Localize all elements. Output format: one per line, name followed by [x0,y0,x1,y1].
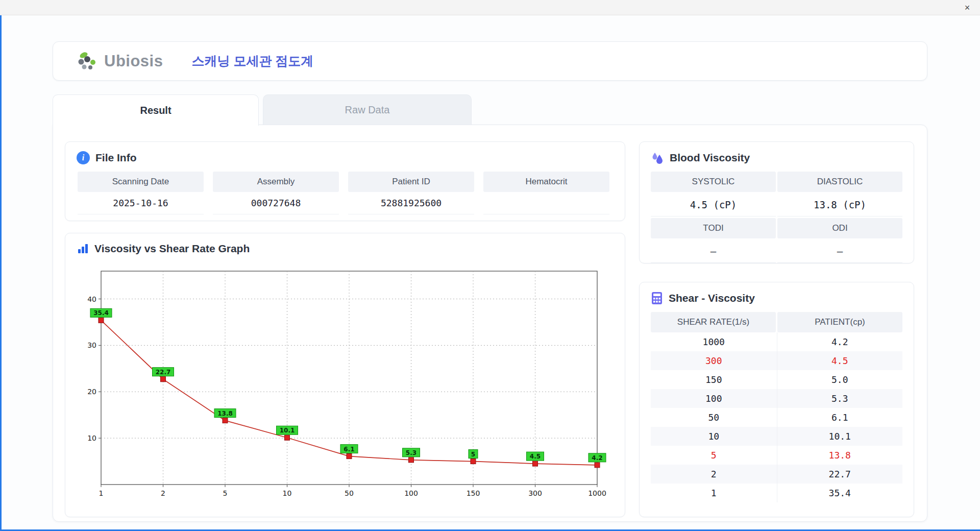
shear-rate-cell: 300 [651,351,777,370]
patient-cell: 13.8 [777,446,903,465]
shear-rate-cell: 1000 [651,332,777,351]
svg-text:300: 300 [528,489,542,497]
svg-text:10: 10 [283,489,292,497]
table-row: 2 22.7 [651,465,902,484]
file-info-fields: Scanning Date 2025-10-16 Assembly 000727… [65,170,625,214]
shear-table-body: 1000 4.2 300 4.5 150 5.0 100 5.3 50 6. [651,332,902,502]
viscosity-graph-title: Viscosity vs Shear Rate Graph [94,243,250,255]
main-content-card: i File Info Scanning Date 2025-10-16 Ass… [53,125,927,522]
table-row: 150 5.0 [651,370,902,389]
close-button[interactable]: × [961,1,974,14]
shear-rate-cell: 2 [651,465,777,484]
shear-rate-cell: 100 [651,389,777,408]
table-row: 300 4.5 [651,351,902,370]
field-value: 2025-10-16 [78,192,204,214]
patient-cell: 4.2 [777,332,903,351]
svg-text:4.5: 4.5 [530,453,541,460]
systolic-value: 4.5 (cP) [651,194,776,216]
svg-text:5: 5 [223,489,228,497]
odi-value: – [777,240,902,263]
patient-cell: 10.1 [777,427,903,446]
field-patient-id: Patient ID 52881925600 [348,172,474,214]
todi-header: TODI [651,218,776,238]
table-row: 1 35.4 [651,484,902,502]
patient-cell: 22.7 [777,465,903,484]
tab-result[interactable]: Result [53,94,259,126]
svg-text:2: 2 [161,489,165,497]
svg-text:40: 40 [87,295,96,303]
svg-text:5.3: 5.3 [406,449,416,456]
field-label: Patient ID [348,172,474,192]
window-titlebar: × [0,0,980,15]
bar-chart-icon [77,243,89,255]
svg-text:30: 30 [87,341,96,349]
shear-rate-cell: 50 [651,408,777,427]
odi-header: ODI [777,218,902,238]
shear-table-header: SHEAR RATE(1/s) PATIENT(cp) [651,312,902,332]
field-hematocrit: Hematocrit [483,172,609,214]
systolic-header: SYSTOLIC [651,172,776,192]
field-assembly: Assembly 000727648 [213,172,339,214]
field-label: Assembly [213,172,339,192]
svg-text:10.1: 10.1 [280,427,295,434]
patient-cell: 5.0 [777,370,903,389]
tab-raw-data-label: Raw Data [345,104,390,116]
patient-cell: 35.4 [777,484,903,502]
svg-text:22.7: 22.7 [156,369,171,376]
file-info-title: File Info [95,152,137,164]
shear-rate-column-header: SHEAR RATE(1/s) [651,312,776,332]
svg-text:20: 20 [87,388,96,396]
shear-rate-cell: 5 [651,446,777,465]
svg-text:150: 150 [467,489,480,497]
field-value: 000727648 [213,192,339,214]
shear-viscosity-title: Shear - Viscosity [669,292,755,304]
shear-rate-cell: 1 [651,484,777,502]
field-scanning-date: Scanning Date 2025-10-16 [78,172,204,214]
todi-value: – [651,240,776,263]
svg-text:1: 1 [99,489,104,497]
svg-text:100: 100 [404,489,418,497]
svg-text:13.8: 13.8 [217,410,233,417]
app-window: × Ubiosis 스캐닝 모세관 점도계 Result Raw Data [0,0,980,531]
header-card: Ubiosis 스캐닝 모세관 점도계 [53,41,927,81]
patient-column-header: PATIENT(cp) [777,312,902,332]
table-row: 10 10.1 [651,427,902,446]
tab-result-label: Result [140,105,171,116]
shear-viscosity-header: Shear - Viscosity [640,282,914,310]
blood-viscosity-panel: Blood Viscosity SYSTOLIC DIASTOLIC 4.5 (… [639,141,914,263]
brand-name: Ubiosis [104,52,163,70]
field-label: Hematocrit [483,172,609,192]
svg-text:5: 5 [471,451,475,458]
svg-text:10: 10 [87,434,96,442]
shear-rate-cell: 150 [651,370,777,389]
patient-cell: 4.5 [777,351,903,370]
field-label: Scanning Date [78,172,204,192]
table-row: 100 5.3 [651,389,902,408]
diastolic-value: 13.8 (cP) [777,194,902,216]
blood-viscosity-title: Blood Viscosity [670,152,750,164]
tab-bar: Result Raw Data [53,94,472,126]
brand-logo: Ubiosis [77,51,163,72]
info-icon: i [77,151,90,164]
file-info-header: i File Info [65,142,625,170]
patient-cell: 6.1 [777,408,903,427]
svg-text:50: 50 [345,489,354,497]
tab-raw-data[interactable]: Raw Data [263,94,472,125]
shear-viscosity-panel: Shear - Viscosity SHEAR RATE(1/s) PATIEN… [639,282,914,517]
table-row: 50 6.1 [651,408,902,427]
blood-viscosity-header: Blood Viscosity [640,142,914,170]
patient-cell: 5.3 [777,389,903,408]
svg-text:6.1: 6.1 [344,446,354,453]
diastolic-header: DIASTOLIC [777,172,902,192]
viscosity-graph-header: Viscosity vs Shear Rate Graph [65,233,625,260]
svg-text:35.4: 35.4 [93,309,109,317]
viscosity-graph-panel: Viscosity vs Shear Rate Graph 1020304012… [65,233,625,517]
blood-viscosity-table: SYSTOLIC DIASTOLIC 4.5 (cP) 13.8 (cP) TO… [640,170,914,263]
page-title: 스캐닝 모세관 점도계 [191,53,313,69]
field-value: 52881925600 [348,192,474,214]
file-info-panel: i File Info Scanning Date 2025-10-16 Ass… [65,141,625,221]
svg-text:4.2: 4.2 [592,454,602,462]
brand-logo-icon [77,51,99,72]
blood-droplet-icon [651,151,664,164]
field-value [483,192,609,214]
